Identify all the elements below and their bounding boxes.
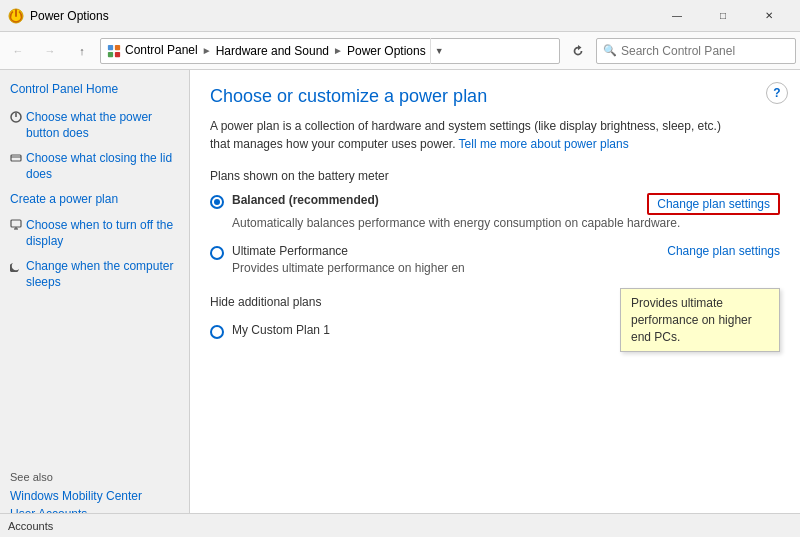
- plan-row-ultimate: Ultimate Performance Change plan setting…: [210, 244, 780, 260]
- up-button[interactable]: ↑: [68, 37, 96, 65]
- sidebar-item-turn-off-display[interactable]: Choose when to turn off the display: [10, 218, 179, 249]
- breadcrumb-dropdown[interactable]: ▼: [430, 38, 448, 64]
- svg-rect-7: [11, 155, 21, 161]
- plan-name-ultimate: Ultimate Performance: [232, 244, 348, 258]
- address-bar: ← → ↑ Control Panel ► Hardware and Sound…: [0, 32, 800, 70]
- svg-rect-1: [108, 45, 113, 50]
- breadcrumb-hardware[interactable]: Hardware and Sound: [216, 44, 329, 58]
- sleep-icon: [10, 260, 22, 275]
- minimize-button[interactable]: —: [654, 0, 700, 32]
- lid-icon: [10, 152, 22, 167]
- close-button[interactable]: ✕: [746, 0, 792, 32]
- sidebar-see-mobility[interactable]: Windows Mobility Center: [10, 489, 179, 503]
- main-layout: Control Panel Home Choose what the power…: [0, 70, 800, 537]
- back-button[interactable]: ←: [4, 37, 32, 65]
- help-button[interactable]: ?: [766, 82, 788, 104]
- description-text: A power plan is a collection of hardware…: [210, 117, 730, 153]
- sidebar-item-sleep[interactable]: Change when the computer sleeps: [10, 259, 179, 290]
- see-also-label: See also: [10, 471, 179, 483]
- radio-ultimate[interactable]: [210, 246, 224, 260]
- page-title: Choose or customize a power plan: [210, 86, 780, 107]
- svg-rect-9: [11, 220, 21, 227]
- tooltip-box: Provides ultimate performance on higher …: [620, 288, 780, 352]
- content-area: ? Choose or customize a power plan A pow…: [190, 70, 800, 537]
- app-icon: [8, 8, 24, 24]
- display-icon: [10, 219, 22, 234]
- window-controls: — □ ✕: [654, 0, 792, 32]
- plan-desc-ultimate: Provides ultimate performance on higher …: [232, 260, 780, 277]
- sidebar: Control Panel Home Choose what the power…: [0, 70, 190, 537]
- plan-row-balanced: Balanced (recommended) Change plan setti…: [210, 193, 780, 215]
- forward-button[interactable]: →: [36, 37, 64, 65]
- search-icon: 🔍: [603, 44, 617, 57]
- title-bar: Power Options — □ ✕: [0, 0, 800, 32]
- maximize-button[interactable]: □: [700, 0, 746, 32]
- search-box[interactable]: 🔍: [596, 38, 796, 64]
- plan-item-ultimate: Ultimate Performance Change plan setting…: [210, 244, 780, 277]
- plan-name-custom: My Custom Plan 1: [232, 323, 330, 337]
- radio-custom[interactable]: [210, 325, 224, 339]
- radio-balanced[interactable]: [210, 195, 224, 209]
- power-button-icon: [10, 111, 22, 126]
- refresh-button[interactable]: [564, 37, 592, 65]
- sidebar-item-create-plan[interactable]: Create a power plan: [10, 192, 179, 208]
- plan-desc-balanced: Automatically balances performance with …: [232, 215, 780, 232]
- plan-item-balanced: Balanced (recommended) Change plan setti…: [210, 193, 780, 232]
- svg-rect-2: [115, 45, 120, 50]
- breadcrumb-sep-1: ►: [202, 45, 212, 56]
- plan-name-balanced: Balanced (recommended): [232, 193, 379, 207]
- window-title: Power Options: [30, 9, 654, 23]
- change-link-balanced-wrapper: Change plan settings: [637, 193, 780, 215]
- change-link-ultimate-wrapper: Change plan settings: [637, 244, 780, 258]
- breadcrumb-control-panel[interactable]: Control Panel: [107, 43, 198, 58]
- section-label: Plans shown on the battery meter: [210, 169, 780, 183]
- svg-rect-3: [108, 52, 113, 57]
- search-input[interactable]: [621, 44, 761, 58]
- status-accounts: Accounts: [8, 520, 53, 532]
- tooltip-text: Provides ultimate performance on higher …: [631, 296, 752, 344]
- breadcrumb-power-options: Power Options: [347, 44, 426, 58]
- sidebar-home-link[interactable]: Control Panel Home: [10, 82, 179, 96]
- status-bar: Accounts: [0, 513, 800, 537]
- breadcrumb-bar: Control Panel ► Hardware and Sound ► Pow…: [100, 38, 560, 64]
- change-plan-link-ultimate[interactable]: Change plan settings: [647, 244, 780, 258]
- sidebar-item-power-button[interactable]: Choose what the power button does: [10, 110, 179, 141]
- svg-rect-4: [115, 52, 120, 57]
- breadcrumb-sep-2: ►: [333, 45, 343, 56]
- sidebar-item-closing-lid[interactable]: Choose what closing the lid does: [10, 151, 179, 182]
- learn-more-link[interactable]: Tell me more about power plans: [459, 137, 629, 151]
- hide-plans-label: Hide additional plans: [210, 295, 321, 309]
- change-plan-link-balanced[interactable]: Change plan settings: [647, 193, 780, 215]
